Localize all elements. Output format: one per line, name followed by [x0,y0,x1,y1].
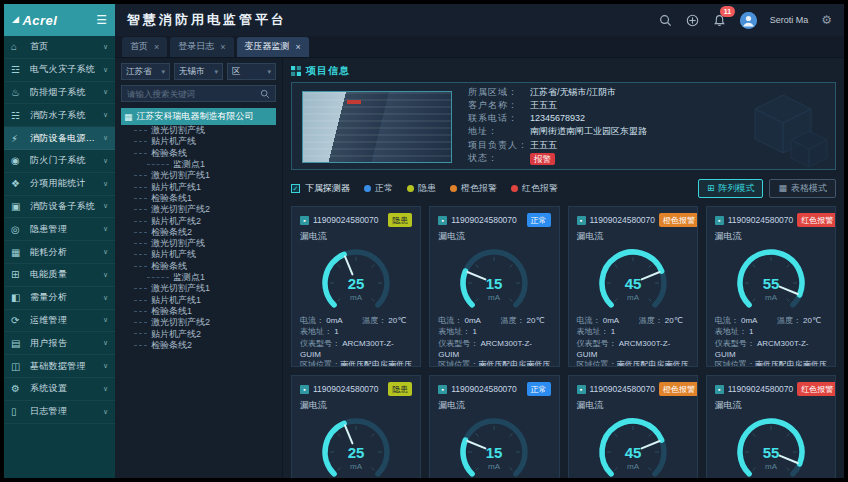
tree-node-3[interactable]: 监测点1 [121,159,276,170]
sidebar-item-6[interactable]: ❖分项用能统计∨ [4,173,115,196]
smoke-control-icon: ♨ [11,87,26,98]
card-header: ▪11909024580070隐患 [300,382,412,396]
tab-close-icon[interactable]: × [296,42,301,52]
temperature-field: 温度： 20℃ [500,315,550,326]
region-select-0[interactable]: 江苏省▾ [121,63,170,80]
tree-node-16[interactable]: 检验条线1 [121,306,276,317]
sidebar-item-3[interactable]: ☵消防水子系统∨ [4,104,115,127]
fire-equipment-icon: ▣ [11,201,26,212]
grid-section-icon [291,66,301,76]
legend-item-2: 橙色报警 [450,182,497,195]
sidebar-item-7[interactable]: ▣消防设备子系统∨ [4,196,115,219]
sidebar-item-0[interactable]: ⌂首页∨ [4,36,115,59]
tab-1[interactable]: 登录日志× [170,37,233,57]
tab-label: 变压器监测 [245,40,290,53]
chevron-down-icon: ∨ [103,225,108,233]
detector-card-0: ▪11909024580070隐患漏电流25mA电流： 0mA温度： 20℃表地… [291,206,421,367]
tree-node-12[interactable]: 检验条线 [121,261,276,272]
sidebar-item-13[interactable]: ▤用户报告∨ [4,332,115,355]
avatar[interactable] [740,12,757,29]
sidebar-item-14[interactable]: ◫基础数据管理∨ [4,355,115,378]
mode-button-0[interactable]: ⊞阵列模式 [698,179,764,198]
info-fields: 所属区域：江苏省/无锡市/江阴市客户名称：王五五联系电话：12345678932… [468,91,825,161]
tab-close-icon[interactable]: × [154,42,159,52]
log-icon: ▯ [11,406,26,417]
sidebar-item-9[interactable]: ▦能耗分析∨ [4,241,115,264]
main-panel: 项目信息 所属区域：江苏省/无锡市/江阴市客户名称：王五五联系电话：123456… [283,58,844,478]
tree-node-5[interactable]: 贴片机产线1 [121,181,276,192]
tree-node-19[interactable]: 检验条线2 [121,340,276,351]
photo-brand-mark [347,100,361,104]
tree-node-label: 贴片机产线 [151,249,196,260]
tree-node-8[interactable]: 贴片机产线2 [121,215,276,226]
region-select-2[interactable]: 区▾ [227,63,276,80]
tree-node-7[interactable]: 激光切割产线2 [121,204,276,215]
settings-gear-icon[interactable]: ⚙ [821,13,832,27]
username[interactable]: Seroti Ma [770,15,809,25]
notifications-bell-icon[interactable]: 11 [713,13,727,27]
tree-node-2[interactable]: 检验条线 [121,148,276,159]
sidebar-item-10[interactable]: ⊞电能质量∨ [4,264,115,287]
tree-search-input[interactable] [127,89,256,99]
search-icon[interactable] [659,13,673,27]
tree-node-14[interactable]: 激光切割产线1 [121,283,276,294]
sidebar-item-11[interactable]: ◧需量分析∨ [4,287,115,310]
tab-2[interactable]: 变压器监测× [237,37,309,57]
info-field-value: 12345678932 [530,113,825,124]
tree-node-11[interactable]: 贴片机产线 [121,249,276,260]
hamburger-menu-icon[interactable]: ☰ [96,13,107,27]
tree-node-label: 监测点1 [173,159,205,170]
info-field-value: 王五五 [530,140,825,151]
logo-spark-icon: ◢ [12,14,19,24]
tree-node-9[interactable]: 检验条线2 [121,227,276,238]
mode-button-label: 阵列模式 [718,182,754,195]
tree-node-label: 贴片机产线 [151,136,196,147]
sidebar-item-2[interactable]: ♨防排烟子系统∨ [4,82,115,105]
sidebar-item-1[interactable]: ☲电气火灾子系统∨ [4,59,115,82]
model-value: ARCM300T-Z-GUIM [577,339,671,359]
tree-guide-line [134,232,147,233]
legend-item-1: 隐患 [407,182,436,195]
chevron-down-icon: ∨ [103,408,108,416]
device-icon: ▪ [577,385,586,394]
address-field: 表地址： 1 [438,326,550,337]
tree-guide-line [134,288,147,289]
tree-search-icon[interactable] [260,89,270,99]
tree-node-4[interactable]: 激光切割产线1 [121,170,276,181]
chevron-down-icon: ∨ [103,271,108,279]
info-field-label: 所属区域： [468,87,530,98]
sidebar-item-15[interactable]: ⚙系统设置∨ [4,378,115,401]
tree-node-18[interactable]: 贴片机产线2 [121,328,276,339]
tree-node-10[interactable]: 激光切割产线 [121,238,276,249]
address-field: 表地址： 1 [300,326,412,337]
model-value: ARCM300T-Z-GUIM [715,339,809,359]
card-header: ▪11909024580070正常 [438,213,550,227]
mode-button-1[interactable]: ▦表格模式 [769,179,836,198]
checkbox-checked-icon[interactable]: ✓ [291,184,300,193]
ops-icon: ⟳ [11,315,26,326]
tree-node-17[interactable]: 激光切割产线2 [121,317,276,328]
tree-node-15[interactable]: 贴片机产线1 [121,294,276,305]
tree-node-6[interactable]: 检验条线1 [121,193,276,204]
tree-node-label: 检验条线2 [151,340,192,351]
tab-0[interactable]: 首页× [122,37,167,57]
fullscreen-icon[interactable] [686,13,700,27]
detector-filter[interactable]: ✓ 下属探测器 [291,182,350,195]
sidebar-item-12[interactable]: ⟳运维管理∨ [4,310,115,333]
sidebar-item-5[interactable]: ◉防火门子系统∨ [4,150,115,173]
tree-root-node[interactable]: ▦江苏安科瑞电器制造有限公司 [121,108,276,125]
select-value: 区 [232,66,241,78]
model-value: ARCM300T-Z-GUIM [438,339,532,359]
location-field: 区域位置：南低压配电房南低压配电房南低压配电房 [577,360,689,367]
tree-node-0[interactable]: 激光切割产线 [121,125,276,136]
sidebar-item-8[interactable]: ◎隐患管理∨ [4,218,115,241]
tab-close-icon[interactable]: × [220,42,225,52]
tree-guide-line [134,221,147,222]
device-icon: ▪ [300,385,309,394]
fire-water-icon: ☵ [11,110,26,121]
tree-node-1[interactable]: 贴片机产线 [121,136,276,147]
sidebar-item-4[interactable]: ⚡消防设备电源子系统∨ [4,127,115,150]
region-select-1[interactable]: 无锡市▾ [174,63,223,80]
tree-node-13[interactable]: 监测点1 [121,272,276,283]
sidebar-item-16[interactable]: ▯日志管理∨ [4,401,115,424]
